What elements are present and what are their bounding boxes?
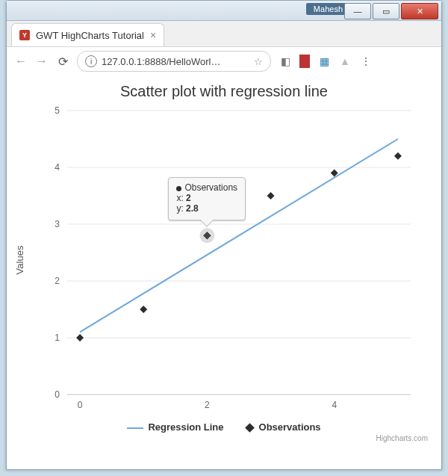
maximize-button[interactable]: ▭ — [373, 3, 399, 19]
observation-point[interactable] — [76, 334, 84, 341]
reload-icon[interactable]: ⟳ — [56, 55, 69, 69]
address-text: 127.0.0.1:8888/HelloWorl… — [102, 56, 249, 67]
minimize-button[interactable]: — — [344, 3, 371, 19]
chart-credits[interactable]: Highcharts.com — [16, 433, 432, 442]
ext4-icon[interactable]: ▲ — [338, 55, 352, 68]
tab-strip: Y GWT HighCharts Tutorial × — [7, 21, 441, 47]
legend-item-observations[interactable]: Observations — [246, 421, 321, 433]
address-bar[interactable]: i 127.0.0.1:8888/HelloWorl… ☆ — [77, 51, 271, 72]
observation-point[interactable] — [140, 306, 147, 313]
chart-svg: 012345 024 — [22, 103, 426, 417]
x-tick-labels: 024 — [78, 400, 337, 410]
tooltip-series-name: Observations — [184, 182, 237, 193]
ext2-icon[interactable] — [299, 55, 310, 68]
close-button[interactable]: ✕ — [401, 3, 438, 19]
ext1-icon[interactable]: ◧ — [279, 55, 292, 68]
chart-legend: Regression Line Observations — [16, 421, 432, 433]
chart-area[interactable]: Values 012345 024 Observations x: 2 y: 2… — [22, 103, 426, 417]
bookmark-star-icon[interactable]: ☆ — [254, 56, 263, 67]
tab-favicon-icon: Y — [19, 30, 30, 40]
y-tick: 2 — [55, 276, 60, 286]
x-tick: 2 — [205, 400, 210, 410]
tooltip-y-value: 2.8 — [186, 203, 199, 214]
legend-diamond-swatch-icon — [245, 423, 255, 433]
ext3-icon[interactable]: ▦ — [317, 55, 331, 68]
tab-title: GWT HighCharts Tutorial — [36, 30, 144, 41]
browser-window: Mahesh — ▭ ✕ Y GWT HighCharts Tutorial ×… — [6, 0, 442, 470]
chart-title: Scatter plot with regression line — [16, 83, 432, 100]
y-tick: 4 — [55, 162, 60, 173]
back-icon[interactable]: ← — [14, 55, 28, 68]
observation-point[interactable] — [267, 192, 275, 200]
tooltip-series-dot-icon — [176, 186, 181, 191]
regression-line[interactable] — [80, 139, 398, 332]
y-tick: 5 — [55, 105, 60, 116]
x-tick: 4 — [332, 400, 337, 410]
gridlines — [67, 111, 411, 395]
legend-label-regression: Regression Line — [148, 421, 223, 433]
legend-item-regression[interactable]: Regression Line — [127, 421, 223, 433]
y-tick-labels: 012345 — [55, 105, 60, 400]
tooltip-y-label: y: — [176, 203, 183, 214]
y-tick: 3 — [55, 219, 60, 229]
chart-tooltip: Observations x: 2 y: 2.8 — [168, 177, 246, 220]
browser-toolbar: ← → ⟳ i 127.0.0.1:8888/HelloWorl… ☆ ◧ ▦ … — [7, 47, 441, 76]
observation-point[interactable] — [394, 152, 402, 160]
os-titlebar: Mahesh — ▭ ✕ — [7, 1, 441, 21]
menu-icon[interactable]: ⋮ — [359, 55, 373, 68]
page-content: Scatter plot with regression line Values… — [7, 75, 441, 469]
tooltip-x-label: x: — [176, 193, 183, 203]
browser-tab[interactable]: Y GWT HighCharts Tutorial × — [11, 23, 164, 46]
site-info-icon[interactable]: i — [85, 55, 97, 67]
x-tick: 0 — [78, 400, 83, 410]
legend-line-swatch-icon — [127, 427, 143, 429]
tooltip-x-value: 2 — [186, 193, 191, 203]
y-tick: 1 — [55, 333, 60, 343]
legend-label-observations: Observations — [259, 421, 321, 433]
window-buttons: — ▭ ✕ — [344, 3, 438, 19]
forward-icon[interactable]: → — [35, 55, 49, 68]
tab-close-icon[interactable]: × — [150, 29, 156, 41]
y-tick: 0 — [55, 389, 60, 400]
